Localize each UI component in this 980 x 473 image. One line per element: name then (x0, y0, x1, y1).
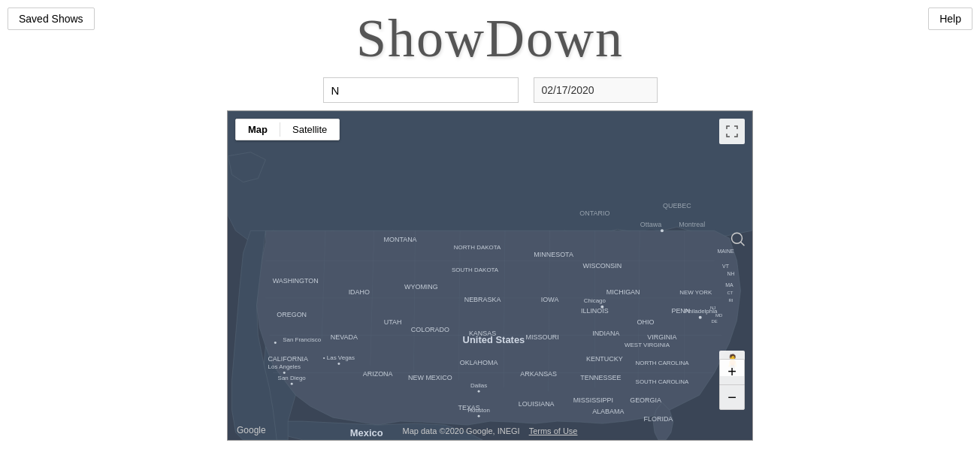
svg-text:IDAHO: IDAHO (349, 288, 370, 296)
search-input[interactable] (323, 77, 519, 103)
svg-text:IOWA: IOWA (541, 296, 559, 303)
svg-text:KENTUCKY: KENTUCKY (586, 355, 623, 363)
svg-text:Philadelphia: Philadelphia (685, 308, 718, 315)
svg-text:OKLAHOMA: OKLAHOMA (460, 359, 498, 366)
svg-text:OREGON: OREGON (277, 311, 307, 318)
terms-of-use-link[interactable]: Terms of Use (529, 426, 578, 435)
svg-point-78 (337, 363, 340, 365)
svg-text:NEVADA: NEVADA (331, 333, 358, 341)
satellite-view-button[interactable]: Satellite (280, 119, 339, 140)
svg-text:NORTH DAKOTA: NORTH DAKOTA (454, 244, 501, 251)
svg-point-74 (699, 316, 702, 319)
svg-text:Chicago: Chicago (584, 297, 606, 304)
map-toggle: Map Satellite (235, 119, 340, 140)
svg-text:Houston: Houston (467, 407, 490, 414)
svg-text:NEW YORK: NEW YORK (679, 289, 712, 296)
svg-text:DE: DE (711, 319, 717, 324)
map-attribution: Map data ©2020 Google, INEGI Terms of Us… (403, 426, 578, 435)
svg-text:NORTH CAROLINA: NORTH CAROLINA (635, 360, 689, 366)
map-container[interactable]: Map Satellite (227, 110, 753, 441)
svg-text:San Francisco: San Francisco (283, 336, 321, 343)
svg-text:RI: RI (729, 298, 733, 303)
svg-text:SOUTH DAKOTA: SOUTH DAKOTA (452, 267, 499, 273)
svg-text:LOUISIANA: LOUISIANA (519, 400, 555, 408)
svg-text:MONTANA: MONTANA (384, 236, 417, 243)
attribution-text: Map data ©2020 Google, INEGI (403, 426, 520, 435)
svg-text:FLORIDA: FLORIDA (644, 415, 673, 423)
zoom-controls: + − (719, 359, 745, 410)
svg-text:UTAH: UTAH (384, 318, 402, 326)
svg-text:United States: United States (463, 334, 525, 345)
svg-text:SOUTH CAROLINA: SOUTH CAROLINA (636, 378, 689, 385)
search-area (0, 71, 980, 110)
fullscreen-icon (726, 125, 738, 137)
svg-text:VIRGINIA: VIRGINIA (647, 333, 676, 341)
svg-text:CALIFORNIA: CALIFORNIA (268, 355, 308, 363)
svg-text:VT: VT (722, 264, 730, 269)
svg-text:NH: NH (727, 271, 735, 276)
svg-point-76 (274, 342, 277, 344)
svg-text:ARIZONA: ARIZONA (363, 370, 393, 378)
svg-text:MINNESOTA: MINNESOTA (534, 251, 573, 258)
svg-text:ARKANSAS: ARKANSAS (520, 370, 557, 378)
help-button[interactable]: Help (928, 8, 972, 30)
svg-text:WASHINGTON: WASHINGTON (273, 277, 319, 285)
map-svg: WASHINGTON OREGON CALIFORNIA NEVADA IDAH… (228, 111, 752, 440)
google-logo: Google (237, 425, 266, 435)
svg-text:TENNESSEE: TENNESSEE (580, 374, 621, 381)
svg-point-72 (600, 306, 603, 309)
svg-point-82 (291, 383, 293, 385)
svg-text:MISSISSIPPI: MISSISSIPPI (573, 396, 613, 404)
svg-text:Mexico: Mexico (350, 427, 383, 438)
svg-text:INDIANA: INDIANA (592, 330, 619, 337)
svg-text:Los Angeles: Los Angeles (268, 363, 301, 370)
date-input[interactable] (534, 77, 658, 103)
svg-text:WEST VIRGINIA: WEST VIRGINIA (625, 342, 670, 348)
svg-point-88 (661, 229, 664, 232)
svg-text:WYOMING: WYOMING (404, 283, 438, 291)
svg-text:Ottawa: Ottawa (640, 221, 661, 228)
svg-point-80 (283, 372, 286, 374)
zoom-in-button[interactable]: + (719, 359, 745, 384)
header: Saved Shows ShowDown Help (0, 0, 980, 71)
svg-text:NEBRASKA: NEBRASKA (464, 296, 501, 303)
saved-shows-button[interactable]: Saved Shows (8, 8, 95, 30)
svg-text:• Las Vegas: • Las Vegas (323, 354, 355, 361)
svg-text:MAINE: MAINE (718, 249, 734, 254)
svg-text:ONTARIO: ONTARIO (579, 209, 609, 217)
svg-text:NEW MEXICO: NEW MEXICO (408, 374, 452, 381)
svg-text:Dallas: Dallas (470, 382, 487, 389)
app-title: ShowDown (356, 8, 624, 70)
svg-text:WISCONSIN: WISCONSIN (582, 262, 622, 270)
svg-text:MA: MA (725, 282, 733, 288)
map-view-button[interactable]: Map (236, 119, 280, 140)
fullscreen-button[interactable] (719, 119, 745, 144)
svg-text:OHIO: OHIO (637, 318, 655, 326)
svg-text:CT: CT (727, 291, 733, 295)
svg-text:QUEBEC: QUEBEC (663, 202, 691, 209)
svg-point-84 (478, 390, 480, 393)
svg-text:MISSOURI: MISSOURI (526, 333, 559, 341)
zoom-out-button[interactable]: − (719, 384, 745, 410)
svg-text:GEORGIA: GEORGIA (630, 396, 661, 404)
svg-text:COLORADO: COLORADO (411, 326, 449, 333)
svg-text:San Diego: San Diego (278, 375, 307, 381)
svg-text:MICHIGAN: MICHIGAN (606, 288, 640, 296)
svg-text:Montreal: Montreal (679, 221, 705, 228)
svg-point-86 (478, 415, 480, 417)
svg-text:ALABAMA: ALABAMA (592, 408, 624, 415)
svg-text:ILLINOIS: ILLINOIS (581, 307, 609, 315)
